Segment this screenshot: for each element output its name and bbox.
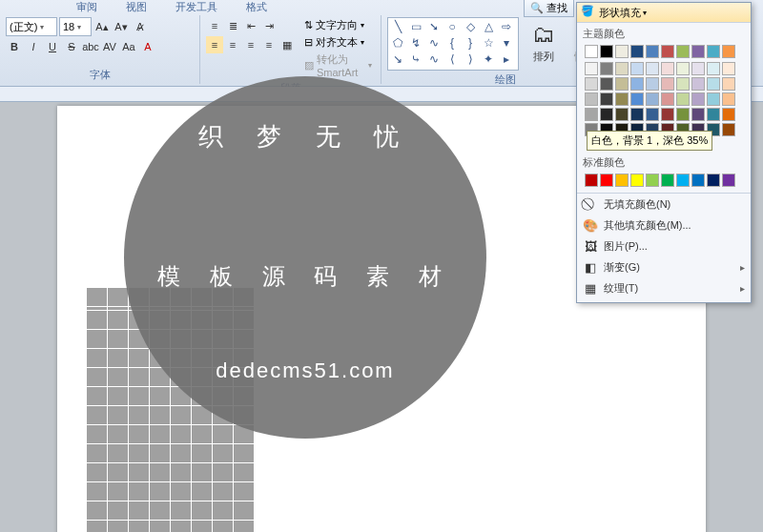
color-swatch[interactable] xyxy=(615,77,629,91)
color-swatch[interactable] xyxy=(707,92,720,106)
italic-button[interactable]: I xyxy=(25,38,42,55)
color-swatch[interactable] xyxy=(676,62,690,75)
color-swatch[interactable] xyxy=(676,108,690,121)
no-fill-item[interactable]: ⃠无填充颜色(N) xyxy=(577,194,751,215)
color-swatch[interactable] xyxy=(600,108,613,121)
color-swatch[interactable] xyxy=(722,45,735,58)
shrink-font-button[interactable]: A▾ xyxy=(113,18,130,35)
color-swatch[interactable] xyxy=(707,77,720,91)
shape-l4-icon[interactable]: ⟨ xyxy=(444,52,460,66)
align-center-button[interactable]: ≡ xyxy=(224,36,241,53)
color-swatch[interactable] xyxy=(661,108,674,121)
color-swatch[interactable] xyxy=(646,92,659,106)
color-swatch[interactable] xyxy=(630,108,644,121)
color-swatch[interactable] xyxy=(585,174,598,187)
color-swatch[interactable] xyxy=(661,45,674,58)
color-swatch[interactable] xyxy=(722,123,735,136)
font-size-combo[interactable]: 18▾ xyxy=(59,17,92,36)
color-swatch[interactable] xyxy=(600,92,613,106)
color-swatch[interactable] xyxy=(646,45,659,58)
grow-font-button[interactable]: A▴ xyxy=(93,18,111,35)
shape-fill-button[interactable]: 🪣 形状填充▾ xyxy=(577,3,751,23)
color-swatch[interactable] xyxy=(615,92,629,106)
color-swatch[interactable] xyxy=(615,108,629,121)
font-name-combo[interactable]: (正文)▾ xyxy=(6,17,57,36)
color-swatch[interactable] xyxy=(722,92,735,106)
shape-star-icon[interactable]: ☆ xyxy=(481,36,496,50)
color-swatch[interactable] xyxy=(707,174,720,187)
strike-button[interactable]: S xyxy=(63,38,80,55)
shape-tri-icon[interactable]: △ xyxy=(481,20,496,33)
shapes-gallery[interactable]: ╲ ▭ ➘ ○ ◇ △ ⇨ ⬠ ↯ ∿ { } ☆ ▾ ↘ ⤷ ∿ xyxy=(387,17,519,71)
color-swatch[interactable] xyxy=(676,77,690,91)
shape-brace2-icon[interactable]: } xyxy=(463,36,478,50)
color-swatch[interactable] xyxy=(615,45,629,58)
color-swatch[interactable] xyxy=(585,92,598,106)
color-swatch[interactable] xyxy=(691,77,705,91)
arrange-button[interactable]: 🗂 排列 xyxy=(523,17,565,71)
bold-button[interactable]: B xyxy=(6,38,23,55)
color-swatch[interactable] xyxy=(646,62,659,75)
shape-arrow2-icon[interactable]: ⇨ xyxy=(499,20,514,33)
color-swatch[interactable] xyxy=(661,62,674,75)
color-swatch[interactable] xyxy=(722,77,735,91)
shape-conn-icon[interactable]: ↯ xyxy=(408,36,423,50)
color-swatch[interactable] xyxy=(630,77,644,91)
clear-format-button[interactable]: A̷ xyxy=(132,18,149,35)
tab-format[interactable]: 格式 xyxy=(246,0,267,13)
shape-expand-icon[interactable]: ▸ xyxy=(499,52,514,66)
color-swatch[interactable] xyxy=(661,92,674,106)
shadow-button[interactable]: abc xyxy=(82,38,99,55)
shape-l2-icon[interactable]: ⤷ xyxy=(408,52,423,66)
shape-l5-icon[interactable]: ⟩ xyxy=(463,52,478,66)
color-swatch[interactable] xyxy=(615,174,629,187)
color-swatch[interactable] xyxy=(585,77,598,91)
shape-l3-icon[interactable]: ∿ xyxy=(426,52,442,66)
color-swatch[interactable] xyxy=(722,108,735,121)
color-swatch[interactable] xyxy=(646,174,659,187)
color-swatch[interactable] xyxy=(630,45,644,58)
color-swatch[interactable] xyxy=(707,45,720,58)
color-swatch[interactable] xyxy=(630,62,644,75)
color-swatch[interactable] xyxy=(600,45,613,58)
color-swatch[interactable] xyxy=(691,45,705,58)
color-swatch[interactable] xyxy=(707,108,720,121)
shape-brace-icon[interactable]: { xyxy=(444,36,460,50)
color-swatch[interactable] xyxy=(646,108,659,121)
color-swatch[interactable] xyxy=(676,45,690,58)
indent-inc-button[interactable]: ⇥ xyxy=(260,17,278,34)
color-swatch[interactable] xyxy=(661,174,674,187)
color-swatch[interactable] xyxy=(722,62,735,75)
shape-pent-icon[interactable]: ⬠ xyxy=(390,36,405,50)
color-swatch[interactable] xyxy=(661,77,674,91)
color-swatch[interactable] xyxy=(646,77,659,91)
tab-review[interactable]: 审阅 xyxy=(76,0,97,13)
shape-rect-icon[interactable]: ▭ xyxy=(408,20,423,33)
shape-oval-icon[interactable]: ○ xyxy=(444,20,460,33)
color-swatch[interactable] xyxy=(585,62,598,75)
color-swatch[interactable] xyxy=(600,174,613,187)
justify-button[interactable]: ≡ xyxy=(260,36,278,53)
shape-arrow-icon[interactable]: ➘ xyxy=(426,20,442,33)
find-button[interactable]: 🔍 查找 xyxy=(524,0,574,17)
color-swatch[interactable] xyxy=(691,108,705,121)
spacing-button[interactable]: AV xyxy=(101,38,118,55)
font-color-button[interactable]: A xyxy=(139,38,156,55)
texture-fill-item[interactable]: ▦纹理(T)▸ xyxy=(577,277,751,298)
color-swatch[interactable] xyxy=(615,62,629,75)
text-direction-button[interactable]: ⇅文字方向▾ xyxy=(301,17,375,33)
shape-l6-icon[interactable]: ✦ xyxy=(481,52,496,66)
shape-more-icon[interactable]: ▾ xyxy=(499,36,514,50)
tab-dev[interactable]: 开发工具 xyxy=(175,0,217,13)
bullets-button[interactable]: ≡ xyxy=(206,17,223,34)
shape-l1-icon[interactable]: ↘ xyxy=(390,52,405,66)
color-swatch[interactable] xyxy=(600,62,613,75)
columns-button[interactable]: ▦ xyxy=(278,36,296,53)
shape-line-icon[interactable]: ╲ xyxy=(390,20,405,33)
more-colors-item[interactable]: 🎨其他填充颜色(M)... xyxy=(577,215,751,235)
case-button[interactable]: Aa xyxy=(120,38,137,55)
align-text-button[interactable]: ⊟对齐文本▾ xyxy=(301,34,375,51)
color-swatch[interactable] xyxy=(585,108,598,121)
color-swatch[interactable] xyxy=(691,62,705,75)
color-swatch[interactable] xyxy=(676,92,690,106)
